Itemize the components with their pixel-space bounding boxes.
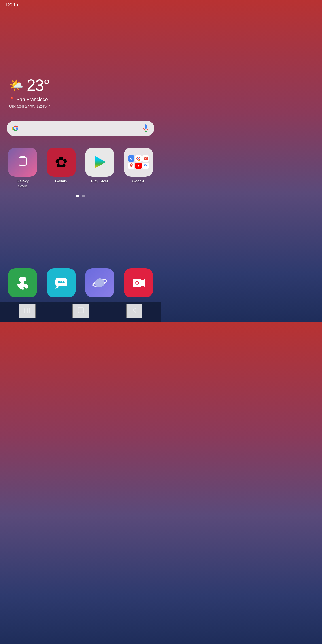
svg-rect-0 <box>145 124 147 129</box>
app-galaxy-store[interactable]: GalaxyStore <box>4 148 41 189</box>
svg-rect-30 <box>26 308 28 313</box>
weather-location: 📍 San Francisco <box>9 96 52 102</box>
mic-svg <box>143 124 149 132</box>
svg-rect-31 <box>29 308 30 313</box>
app-gallery[interactable]: ✿ Gallery <box>43 148 80 189</box>
status-bar: 12:45 <box>0 0 161 9</box>
page-dot-1[interactable] <box>76 194 79 197</box>
dock <box>0 266 161 300</box>
svg-rect-6 <box>25 156 25 158</box>
recent-apps-button[interactable] <box>18 304 36 318</box>
google-search-bar[interactable] <box>7 121 154 136</box>
recorder-icon <box>124 268 153 298</box>
back-button[interactable] <box>126 304 142 318</box>
weather-temperature: 23° <box>26 76 50 94</box>
gallery-label: Gallery <box>55 179 67 184</box>
svg-point-28 <box>136 282 138 284</box>
app-play-store[interactable]: Play Store <box>82 148 118 189</box>
svg-point-13 <box>130 164 132 166</box>
app-grid: GalaxyStore ✿ Gallery Play Stor <box>0 145 161 191</box>
browser-icon <box>85 268 114 298</box>
svg-point-18 <box>58 281 60 283</box>
dock-messages[interactable] <box>43 268 80 298</box>
svg-point-24 <box>95 278 104 287</box>
home-button[interactable] <box>72 304 90 318</box>
google-folder-icon: G <box>124 148 153 177</box>
messages-icon <box>47 268 76 298</box>
svg-rect-4 <box>20 156 25 158</box>
dock-browser[interactable] <box>82 268 118 298</box>
weather-icon: 🌤️ <box>9 80 24 91</box>
weather-updated: Updated 24/09 12:45 ↻ <box>9 104 52 109</box>
page-dot-2[interactable] <box>82 194 85 197</box>
svg-marker-26 <box>142 279 145 287</box>
status-time: 12:45 <box>5 2 18 8</box>
galaxy-store-icon <box>8 148 37 177</box>
gallery-icon: ✿ <box>47 148 76 177</box>
page-indicators <box>0 194 161 197</box>
phone-icon <box>8 268 37 298</box>
galaxy-store-label: GalaxyStore <box>17 179 28 189</box>
navigation-bar <box>0 302 161 322</box>
svg-rect-29 <box>24 308 25 313</box>
play-store-icon <box>85 148 114 177</box>
google-folder-label: Google <box>132 179 144 184</box>
location-pin-icon: 📍 <box>9 96 15 102</box>
svg-point-11 <box>138 158 139 160</box>
play-store-label: Play Store <box>91 179 108 184</box>
svg-marker-14 <box>138 165 140 167</box>
microphone-icon[interactable] <box>142 124 150 132</box>
svg-rect-32 <box>78 308 84 313</box>
svg-point-19 <box>60 281 62 283</box>
svg-rect-5 <box>20 156 20 158</box>
app-google-folder[interactable]: G <box>120 148 157 189</box>
svg-point-20 <box>62 281 64 283</box>
weather-top: 🌤️ 23° <box>9 76 52 94</box>
dock-phone[interactable] <box>4 268 41 298</box>
refresh-icon[interactable]: ↻ <box>48 104 52 109</box>
weather-widget[interactable]: 🌤️ 23° 📍 San Francisco Updated 24/09 12:… <box>9 76 52 109</box>
svg-marker-7 <box>95 156 106 168</box>
google-logo <box>11 124 20 133</box>
dock-recorder[interactable] <box>120 268 157 298</box>
